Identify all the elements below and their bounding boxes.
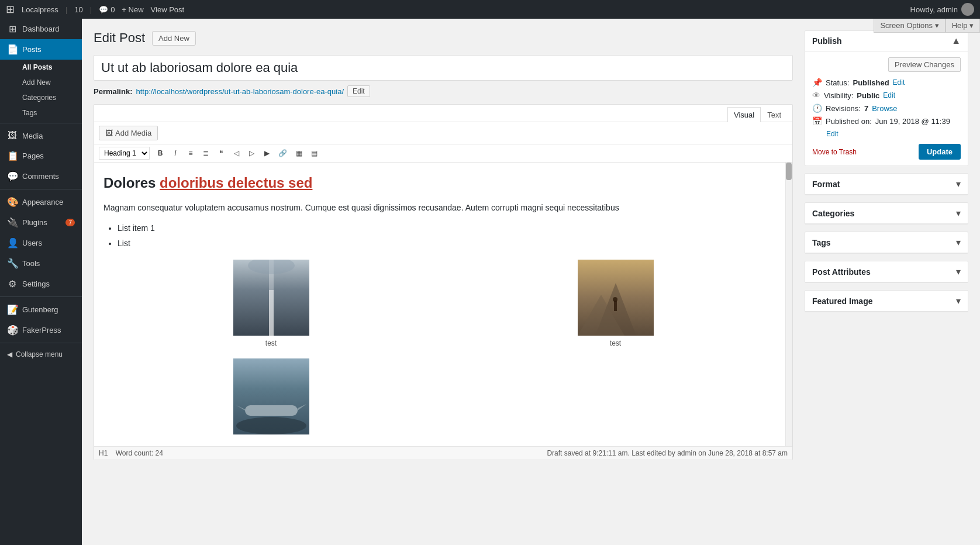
settings-icon: ⚙: [7, 278, 18, 289]
sidebar-item-gutenberg[interactable]: 📝 Gutenberg: [0, 299, 82, 320]
collapse-menu-button[interactable]: ◀ Collapse menu: [0, 346, 82, 363]
dashboard-icon: ⊞: [7, 23, 18, 35]
categories-metabox-header[interactable]: Categories ▾: [805, 203, 968, 224]
tags-toggle-icon: ▾: [956, 237, 961, 248]
sidebar-item-pages[interactable]: 📋 Pages: [0, 146, 82, 166]
published-value: Jun 19, 2018 @ 11:39: [875, 117, 950, 126]
appearance-icon: 🎨: [7, 196, 18, 208]
permalink-link[interactable]: http://localhost/wordpress/ut-ut-ab-labo…: [136, 87, 344, 96]
tab-visual[interactable]: Visual: [727, 107, 761, 122]
ordered-list-button[interactable]: ≣: [199, 147, 213, 160]
tags-metabox-header[interactable]: Tags ▾: [805, 232, 968, 253]
preview-changes-button[interactable]: Preview Changes: [888, 57, 961, 72]
gallery-item-2: test: [448, 260, 783, 349]
menu-separator-1: [0, 123, 82, 123]
editor-media-row: 🖼 Add Media: [94, 122, 792, 144]
align-right-button[interactable]: ▶: [260, 147, 274, 160]
sidebar-item-users[interactable]: 👤 Users: [0, 233, 82, 253]
heading-select[interactable]: Heading 1 Heading 2 Paragraph: [99, 147, 150, 160]
menu-separator-4: [0, 343, 82, 343]
plugins-badge: 7: [65, 219, 75, 226]
sidebar-item-plugins[interactable]: 🔌 Plugins 7: [0, 212, 82, 233]
gallery-caption-2: test: [448, 338, 783, 349]
sidebar-item-comments[interactable]: 💬 Comments: [0, 166, 82, 187]
italic-button[interactable]: I: [168, 147, 182, 160]
comments-link[interactable]: 💬 0: [99, 5, 115, 14]
featured-image-metabox-header[interactable]: Featured Image ▾: [805, 291, 968, 312]
sidebar-item-posts[interactable]: 📄 Posts: [0, 39, 82, 60]
permalink-edit-button[interactable]: Edit: [347, 85, 370, 97]
gallery-image-1[interactable]: [233, 260, 309, 336]
submenu-categories[interactable]: Categories: [0, 90, 82, 105]
sidebar-item-tools[interactable]: 🔧 Tools: [0, 253, 82, 274]
revisions-browse-link[interactable]: Browse: [872, 104, 897, 113]
publish-metabox: Publish ▲ Preview Changes 📌 Status: Publ…: [805, 30, 968, 166]
sidebar-item-settings[interactable]: ⚙ Settings: [0, 274, 82, 294]
unordered-list-button[interactable]: ≡: [184, 147, 198, 160]
bold-button[interactable]: B: [153, 147, 167, 160]
post-title-input[interactable]: [94, 55, 793, 81]
menu-separator-3: [0, 296, 82, 297]
publish-status-row: 📌 Status: Published Edit: [812, 78, 961, 87]
editor-scrollbar[interactable]: [785, 163, 792, 446]
add-media-button[interactable]: 🖼 Add Media: [99, 126, 158, 140]
view-post-link[interactable]: View Post: [151, 5, 185, 14]
sidebar-item-dashboard[interactable]: ⊞ Dashboard: [0, 19, 82, 39]
tab-text[interactable]: Text: [761, 107, 788, 122]
submenu-add-new[interactable]: Add New: [0, 75, 82, 90]
revisions-count: 7: [864, 104, 868, 113]
insert-table-button[interactable]: ▦: [292, 147, 306, 160]
wp-logo-icon[interactable]: ⊞: [6, 3, 15, 16]
publish-visibility-row: 👁 Visibility: Public Edit: [812, 91, 961, 100]
status-edit-link[interactable]: Edit: [893, 78, 905, 87]
move-to-trash-link[interactable]: Move to Trash: [812, 148, 857, 156]
gutenberg-icon: 📝: [7, 304, 18, 315]
content-h1-text: Dolores: [103, 175, 160, 191]
align-center-button[interactable]: ▷: [244, 147, 258, 160]
post-attributes-metabox: Post Attributes ▾: [805, 261, 968, 283]
update-button[interactable]: Update: [919, 144, 961, 160]
gallery-image-3[interactable]: [233, 358, 309, 434]
permalink-row: Permalink: http://localhost/wordpress/ut…: [94, 85, 793, 97]
sidebar-item-fakerpress[interactable]: 🎲 FakerPress: [0, 320, 82, 340]
submenu-tags[interactable]: Tags: [0, 105, 82, 120]
link-button[interactable]: 🔗: [275, 147, 291, 160]
avatar: [961, 3, 974, 16]
tags-title: Tags: [812, 238, 831, 247]
post-attributes-metabox-header[interactable]: Post Attributes ▾: [805, 261, 968, 282]
tags-metabox: Tags ▾: [805, 232, 968, 254]
blockquote-button[interactable]: ❝: [214, 147, 228, 160]
comments-icon: 💬: [7, 171, 18, 182]
scrollbar-thumb[interactable]: [786, 163, 792, 180]
sidebar-item-appearance[interactable]: 🎨 Appearance: [0, 192, 82, 212]
visibility-value: Public: [857, 91, 879, 100]
editor-scroll-area: Dolores doloribus delectus sed Magnam co…: [94, 163, 792, 446]
site-name[interactable]: Localpress: [22, 5, 58, 14]
sidebar-item-media[interactable]: 🖼 Media: [0, 126, 82, 146]
admin-bar: ⊞ Localpress | 10 | 💬 0 + New View Post …: [0, 0, 980, 19]
status-value: Published: [853, 78, 889, 87]
published-date-edit-link[interactable]: Edit: [826, 130, 838, 138]
content-h1-link[interactable]: doloribus delectus sed: [160, 175, 312, 191]
plugins-icon: 🔌: [7, 217, 18, 228]
post-editor: Edit Post Add New Permalink: http://loca…: [94, 30, 793, 533]
publish-metabox-header[interactable]: Publish ▲: [805, 31, 968, 51]
screen-options-button[interactable]: Screen Options ▾: [874, 19, 945, 33]
align-left-button[interactable]: ◁: [229, 147, 243, 160]
gallery-image-2[interactable]: [578, 260, 654, 336]
editor-content[interactable]: Dolores doloribus delectus sed Magnam co…: [94, 163, 792, 446]
editor-wrap: Visual Text 🖼 Add Media Heading 1 Headin…: [94, 104, 793, 460]
post-attributes-toggle-icon: ▾: [956, 266, 961, 277]
gallery-item-1: test: [103, 260, 439, 349]
format-metabox-header[interactable]: Format ▾: [805, 174, 968, 195]
submenu-all-posts[interactable]: All Posts: [0, 60, 82, 75]
svg-rect-10: [245, 405, 298, 416]
add-new-button[interactable]: Add New: [152, 31, 196, 46]
insert-read-more-button[interactable]: ▤: [307, 147, 321, 160]
new-post-link[interactable]: + New: [122, 5, 143, 14]
visibility-edit-link[interactable]: Edit: [883, 91, 895, 99]
updates-link[interactable]: 10: [74, 5, 82, 14]
screen-options-bar: Screen Options ▾ Help ▾: [874, 19, 980, 33]
list-item: List item 1: [118, 222, 783, 234]
help-button[interactable]: Help ▾: [946, 19, 980, 33]
